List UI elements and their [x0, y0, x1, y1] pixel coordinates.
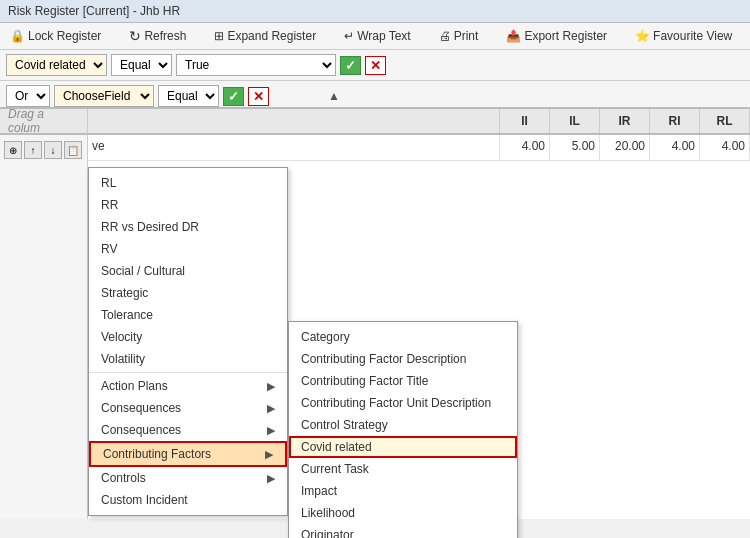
filter-field-select-2[interactable]: ChooseField	[54, 85, 154, 107]
menu-item-volatility[interactable]: Volatility	[89, 348, 287, 370]
refresh-button[interactable]: Refresh	[125, 26, 190, 46]
th-spacer	[88, 109, 500, 133]
menu-item-rl[interactable]: RL	[89, 172, 287, 194]
sidebar-row-1: ⊕ ↑ ↓ 📋	[4, 139, 83, 161]
sub-item-control-strategy[interactable]: Control Strategy	[289, 414, 517, 436]
data-cell-ir: 20.00	[600, 135, 650, 160]
filter-row-2: Or ChooseField Equal ✓ ✕ ▲	[0, 81, 750, 109]
wrap-text-button[interactable]: Wrap Text	[340, 27, 415, 45]
th-ii: II	[500, 109, 550, 133]
menu-item-contributing-factors[interactable]: Contributing Factors▶	[89, 441, 287, 467]
sidebar-icon-btn-3[interactable]: ↓	[44, 141, 62, 159]
sub-item-originator[interactable]: Originator	[289, 524, 517, 538]
filter-apply-button-1[interactable]: ✓	[340, 56, 361, 75]
menu-item-social[interactable]: Social / Cultural	[89, 260, 287, 282]
sub-item-cf-unit-description[interactable]: Contributing Factor Unit Description	[289, 392, 517, 414]
drag-column-header: Drag a colum	[0, 109, 88, 135]
print-button[interactable]: Print	[435, 27, 483, 45]
lock-label: Lock Register	[28, 29, 101, 43]
menu-separator-1	[89, 372, 287, 373]
th-ir: IR	[600, 109, 650, 133]
sub-item-category[interactable]: Category	[289, 326, 517, 348]
table-row: ve 4.00 5.00 20.00 4.00 4.00	[88, 135, 750, 161]
filter-row-1: Covid related Equal True ✓ ✕	[0, 50, 750, 81]
title-text: Risk Register [Current] - Jhb HR	[8, 4, 180, 18]
export-register-button[interactable]: Export Register	[502, 27, 611, 45]
menu-item-rv[interactable]: RV	[89, 238, 287, 260]
menu-item-consequences-2[interactable]: Consequences▶	[89, 419, 287, 441]
table-header: II IL IR RI RL	[88, 109, 750, 135]
sub-item-cf-title[interactable]: Contributing Factor Title	[289, 370, 517, 392]
sidebar-icon-btn-2[interactable]: ↑	[24, 141, 42, 159]
menu-item-rr[interactable]: RR	[89, 194, 287, 216]
primary-dropdown: RL RR RR vs Desired DR RV Social / Cultu…	[88, 167, 288, 516]
wrap-icon	[344, 29, 354, 43]
sub-item-likelihood[interactable]: Likelihood	[289, 502, 517, 524]
filter-clear-button-1[interactable]: ✕	[365, 56, 386, 75]
sub-item-cf-description[interactable]: Contributing Factor Description	[289, 348, 517, 370]
favourite-view-button[interactable]: Favourite View	[631, 27, 736, 45]
filter-arrow-up: ▲	[328, 89, 340, 103]
lock-icon	[10, 29, 25, 43]
menu-item-custom-incident[interactable]: Custom Incident	[89, 489, 287, 511]
drag-column-text: Drag a colum	[8, 107, 79, 135]
menu-item-rr-vs-desired[interactable]: RR vs Desired DR	[89, 216, 287, 238]
print-icon	[439, 29, 451, 43]
submenu-arrow-cons2: ▶	[267, 424, 275, 437]
menu-item-action-plans[interactable]: Action Plans▶	[89, 375, 287, 397]
menu-item-controls[interactable]: Controls▶	[89, 467, 287, 489]
star-icon	[635, 29, 650, 43]
sub-item-covid-related[interactable]: Covid related	[289, 436, 517, 458]
sub-item-impact[interactable]: Impact	[289, 480, 517, 502]
sidebar-icon-btn-4[interactable]: 📋	[64, 141, 82, 159]
data-cell-rl: 4.00	[700, 135, 750, 160]
main-content: Drag a colum II IL IR RI RL ⊕ ↑ ↓ 📋 ve 4…	[0, 109, 750, 519]
menu-item-velocity[interactable]: Velocity	[89, 326, 287, 348]
refresh-label: Refresh	[144, 29, 186, 43]
data-cell-text: ve	[88, 135, 500, 160]
menu-item-strategic[interactable]: Strategic	[89, 282, 287, 304]
wrap-label: Wrap Text	[357, 29, 411, 43]
secondary-dropdown: Category Contributing Factor Description…	[288, 321, 518, 538]
data-cell-il: 5.00	[550, 135, 600, 160]
expand-register-button[interactable]: Expand Register	[210, 27, 320, 45]
primary-dropdown-list: RL RR RR vs Desired DR RV Social / Cultu…	[88, 167, 288, 516]
filter-clear-button-2[interactable]: ✕	[248, 87, 269, 106]
submenu-arrow-controls: ▶	[267, 472, 275, 485]
print-label: Print	[454, 29, 479, 43]
submenu-arrow-cf: ▶	[265, 448, 273, 461]
sub-item-current-task[interactable]: Current Task	[289, 458, 517, 480]
export-label: Export Register	[524, 29, 607, 43]
submenu-arrow-action: ▶	[267, 380, 275, 393]
menu-item-tolerance[interactable]: Tolerance	[89, 304, 287, 326]
th-rl: RL	[700, 109, 750, 133]
toolbar: Lock Register Refresh Expand Register Wr…	[0, 23, 750, 50]
filter-operator-select-2[interactable]: Equal	[158, 85, 219, 107]
menu-item-consequences-1[interactable]: Consequences▶	[89, 397, 287, 419]
th-il: IL	[550, 109, 600, 133]
data-cell-ri: 4.00	[650, 135, 700, 160]
filter-connector-select[interactable]: Or	[6, 85, 50, 107]
title-bar: Risk Register [Current] - Jhb HR	[0, 0, 750, 23]
submenu-arrow-cons1: ▶	[267, 402, 275, 415]
favourite-label: Favourite View	[653, 29, 732, 43]
filter-operator-select-1[interactable]: Equal	[111, 54, 172, 76]
th-ri: RI	[650, 109, 700, 133]
sidebar-icons: ⊕ ↑ ↓ 📋	[0, 135, 88, 519]
data-cell-ii: 4.00	[500, 135, 550, 160]
filter-field-select-1[interactable]: Covid related	[6, 54, 107, 76]
expand-label: Expand Register	[227, 29, 316, 43]
export-icon	[506, 29, 521, 43]
filter-apply-button-2[interactable]: ✓	[223, 87, 244, 106]
expand-icon	[214, 29, 224, 43]
refresh-icon	[129, 28, 141, 44]
filter-value-select-1[interactable]: True	[176, 54, 336, 76]
lock-register-button[interactable]: Lock Register	[6, 27, 105, 45]
sidebar-icon-btn-1[interactable]: ⊕	[4, 141, 22, 159]
